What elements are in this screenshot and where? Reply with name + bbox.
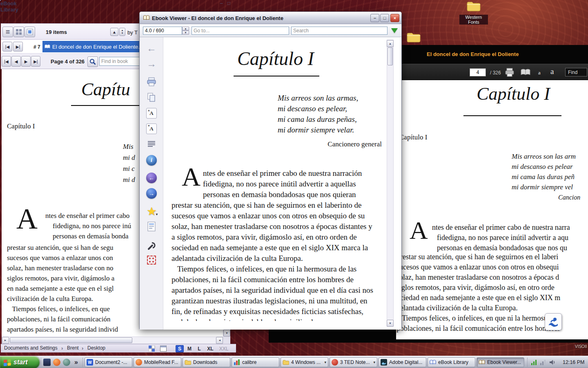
maximize-button[interactable]: □: [380, 14, 389, 22]
spin-up-icon: ▲: [121, 29, 124, 32]
table-of-contents-button[interactable]: [145, 137, 158, 150]
spin-up-button[interactable]: ▲: [182, 27, 189, 31]
quick-launch-app-icon[interactable]: [63, 359, 70, 366]
sort-spinner[interactable]: ▲▼: [119, 28, 125, 36]
next-page-button[interactable]: ▶: [21, 56, 31, 67]
digital-editions-logo-icon[interactable]: [545, 313, 562, 330]
position-spinner[interactable]: ▲ ▼: [143, 27, 189, 35]
taskbar-button-calibre[interactable]: calibre: [232, 357, 279, 367]
goto-input[interactable]: [192, 27, 289, 35]
taskbar-button-adobe-digital[interactable]: Adobe Digital...: [379, 357, 426, 367]
viewer-scrollbar[interactable]: ▲ ▼: [387, 40, 394, 327]
page-number-input[interactable]: [470, 68, 486, 76]
close-button[interactable]: ×: [390, 14, 399, 22]
previous-section-button[interactable]: ←: [145, 171, 158, 184]
library-horizontal-scrollbar[interactable]: ▲ ▲: [2, 337, 223, 344]
next-section-button[interactable]: →: [145, 187, 158, 200]
scroll-up-button[interactable]: ▲: [387, 40, 394, 47]
size-button-xl[interactable]: XL: [205, 345, 216, 352]
quick-launch-browser-icon[interactable]: [53, 359, 60, 366]
previous-page-button[interactable]: ◀: [11, 56, 21, 67]
size-button-m[interactable]: M: [185, 345, 194, 352]
size-button-l[interactable]: L: [195, 345, 203, 352]
taskbar-divider[interactable]: [41, 358, 41, 367]
first-page-button[interactable]: |◀: [2, 56, 11, 67]
preferences-button[interactable]: [145, 239, 158, 252]
dropcap-indent-lines: ntes de enseñar el primer cabo de nuestr…: [432, 222, 570, 253]
font-smaller-button[interactable]: ▼A: [145, 122, 158, 135]
grid-view-button[interactable]: [13, 27, 24, 37]
scroll-down-button[interactable]: ▼: [387, 320, 394, 327]
size-button-s[interactable]: S: [176, 345, 184, 352]
library-book-icon[interactable]: [520, 68, 531, 76]
next-item-button[interactable]: ▶|: [13, 42, 23, 52]
scroll-left-button[interactable]: ▲: [2, 337, 9, 344]
circle-right-arrow-icon: →: [146, 188, 157, 199]
taskbar-divider[interactable]: [82, 358, 83, 367]
print-icon[interactable]: [505, 68, 514, 77]
list-view-button[interactable]: ≡: [2, 27, 13, 37]
verse-line: mi dormir siempre vel: [512, 182, 576, 192]
find-button[interactable]: Find: [565, 68, 587, 76]
taskbar-button-downloads[interactable]: Downloads: [183, 357, 230, 367]
tray-chart-icon[interactable]: [531, 359, 537, 366]
sort-ascending-button[interactable]: ▲: [110, 28, 118, 36]
minimize-button[interactable]: –: [370, 14, 379, 22]
scroll-right-button[interactable]: ▲: [216, 337, 223, 344]
bookmark-dropdown-icon[interactable]: ▼: [155, 213, 158, 216]
text-line: solaz, han menester trasladarse con noso…: [396, 272, 560, 283]
font-larger-button[interactable]: ▲A: [145, 107, 158, 120]
breadcrumb-documents-and-settings[interactable]: Documents and Settings: [2, 344, 59, 352]
taskbar-button-ebook-library[interactable]: eBook Library: [428, 357, 475, 367]
taskbar-button-document2[interactable]: W Document2 -...: [85, 357, 132, 367]
tray-network-icon[interactable]: [540, 359, 546, 366]
scroll-down-icon: ▼: [225, 332, 228, 334]
spin-down-button[interactable]: ▼: [182, 31, 189, 35]
search-input[interactable]: [291, 27, 388, 35]
viewer-sidebar: ← → ▲A ▼A i ← →: [140, 37, 163, 330]
bookmark-button[interactable]: ★ ▼: [145, 205, 158, 218]
text-line: ntes de enseñar el primer cabo: [45, 211, 131, 221]
taskbar-button-windows-group[interactable]: 4 Windows ... ▾: [281, 357, 328, 367]
copy-button[interactable]: [145, 91, 158, 104]
verse-line: Mis: [123, 141, 135, 152]
minimize-icon[interactable]: –: [220, 0, 223, 6]
find-in-book-input[interactable]: [99, 57, 141, 66]
preview-view-button[interactable]: [24, 27, 35, 37]
zoom-button[interactable]: [87, 56, 98, 67]
print-button[interactable]: [145, 75, 158, 88]
font-larger-icon[interactable]: a: [550, 67, 554, 76]
breadcrumb-brent[interactable]: Brent: [65, 344, 80, 352]
reference-mode-button[interactable]: [145, 254, 158, 267]
forward-button[interactable]: →: [145, 57, 158, 70]
viewer-title-bar[interactable]: Ebook Viewer - El doncel de don Enrique …: [140, 12, 401, 24]
firefox-icon: [136, 359, 142, 366]
notes-button[interactable]: [145, 220, 158, 233]
taskbar-button-ebook-viewer[interactable]: Ebook Viewer...: [477, 357, 524, 367]
previous-item-button[interactable]: |◀: [2, 42, 12, 52]
breadcrumb-desktop[interactable]: Desktop: [86, 344, 107, 352]
last-page-button[interactable]: ▶|: [31, 56, 40, 67]
back-button[interactable]: ←: [145, 42, 158, 55]
font-smaller-icon[interactable]: a: [538, 70, 541, 76]
start-button[interactable]: start: [0, 356, 40, 368]
desktop-icon-folder[interactable]: [399, 31, 428, 45]
maximize-icon[interactable]: □: [227, 0, 230, 6]
checker-icon[interactable]: [149, 346, 155, 352]
window-layout-icon[interactable]: [160, 346, 167, 352]
scroll-thumb[interactable]: [10, 337, 132, 343]
desktop-icon-western-fonts[interactable]: Western Fonts: [459, 0, 488, 25]
taskbar-button-mobileread[interactable]: MobileRead F...: [134, 357, 181, 367]
position-input[interactable]: [143, 27, 182, 35]
tray-volume-icon[interactable]: [549, 359, 555, 366]
taskbar-button-ted-group[interactable]: 3 TED Note... ▾: [330, 357, 377, 367]
scroll-thumb[interactable]: [388, 47, 393, 65]
spin-buttons[interactable]: ▲ ▼: [182, 27, 189, 35]
quick-launch-document-icon[interactable]: [43, 359, 51, 366]
scroll-down-button[interactable]: ▼: [223, 330, 230, 337]
quick-launch-overflow-icon[interactable]: »: [74, 359, 78, 366]
search-next-button[interactable]: [391, 28, 398, 33]
metadata-button[interactable]: i: [145, 154, 158, 167]
size-button-xxl[interactable]: XXL: [217, 345, 231, 352]
taskbar-button-label: Ebook Viewer...: [487, 359, 522, 365]
